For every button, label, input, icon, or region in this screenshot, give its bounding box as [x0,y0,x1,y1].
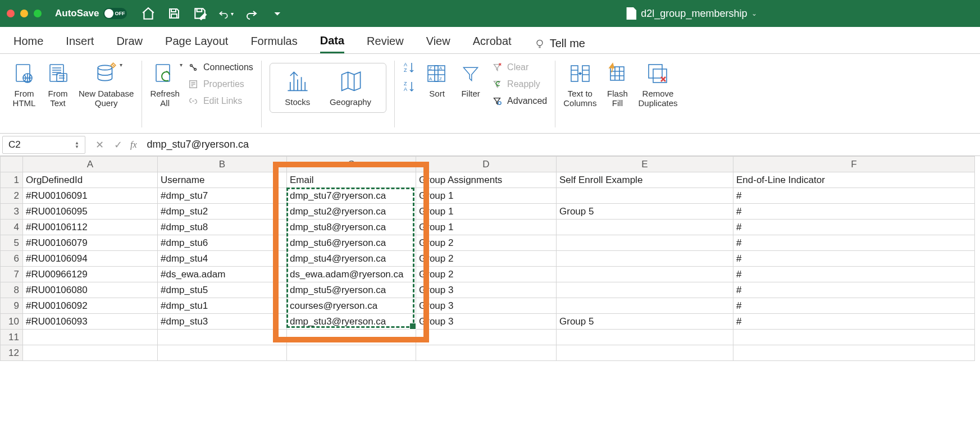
cell[interactable]: #dmp_stu2 [158,204,287,220]
cell[interactable]: Group 2 [416,251,557,267]
cell[interactable] [557,220,733,235]
cell[interactable]: dmp_stu8@ryerson.ca [287,220,416,235]
row-header[interactable]: 10 [1,314,23,330]
fx-label[interactable]: fx [130,140,143,150]
cell[interactable]: # [733,188,975,204]
autosave-toggle[interactable]: AutoSave OFF [55,8,127,19]
cell[interactable]: Self Enroll Example [557,172,733,188]
cell[interactable]: Username [158,172,287,188]
cell[interactable]: dmp_stu6@ryerson.ca [287,235,416,251]
cell[interactable]: # [733,298,975,314]
sort-button[interactable]: ZAAZ Sort [424,61,450,98]
minimize-window-button[interactable] [20,10,28,17]
formula-input[interactable]: dmp_stu7@ryerson.ca [143,139,980,150]
cell[interactable] [158,330,287,345]
new-db-query-button[interactable]: ▾ New Database Query [79,61,134,108]
cell[interactable]: Group 3 [416,314,557,330]
cell[interactable]: #RU00106095 [23,204,158,220]
tab-data[interactable]: Data [320,34,344,53]
from-html-button[interactable]: From HTML [11,61,37,108]
cell[interactable]: # [733,267,975,282]
cell[interactable]: #RU00106112 [23,220,158,235]
row-header[interactable]: 2 [1,188,23,204]
reapply-button[interactable]: Reapply [491,79,547,90]
save-edit-icon[interactable] [192,6,208,21]
cell[interactable]: # [733,220,975,235]
cell[interactable]: #RU00106092 [23,298,158,314]
col-header-E[interactable]: E [557,157,733,172]
cell[interactable]: dmp_stu5@ryerson.ca [287,282,416,298]
cell[interactable] [557,298,733,314]
confirm-formula-button[interactable]: ✓ [114,139,122,151]
edit-links-button[interactable]: Edit Links [188,95,253,107]
tab-formulas[interactable]: Formulas [250,35,297,52]
maximize-window-button[interactable] [34,10,42,17]
close-window-button[interactable] [7,10,15,17]
cell[interactable]: #RU00966129 [23,267,158,282]
cell[interactable] [557,251,733,267]
cell[interactable] [557,330,733,345]
cell[interactable] [23,345,158,361]
row-header[interactable]: 9 [1,298,23,314]
refresh-all-button[interactable]: ▾ Refresh All [150,61,180,108]
advanced-button[interactable]: Advanced [491,95,547,107]
row-header[interactable]: 8 [1,282,23,298]
row-header-1[interactable]: 1 [1,172,23,188]
name-box[interactable]: C2 ▲▼ [2,136,85,154]
from-text-button[interactable]: From Text [45,61,71,108]
cell[interactable] [416,330,557,345]
remove-duplicates-button[interactable]: Remove Duplicates [638,61,677,108]
cell[interactable] [287,330,416,345]
cell[interactable]: Group 1 [416,220,557,235]
cell[interactable]: Group 5 [557,204,733,220]
home-icon[interactable] [140,6,156,21]
flash-fill-button[interactable]: Flash Fill [604,61,630,108]
cell[interactable]: Email [287,172,416,188]
tab-review[interactable]: Review [367,35,404,52]
redo-icon[interactable] [244,6,259,21]
text-to-columns-button[interactable]: Text to Columns [563,61,596,108]
sort-za-button[interactable]: ZA [403,80,416,93]
cell[interactable]: Group 2 [416,267,557,282]
cell[interactable] [557,235,733,251]
cell[interactable]: #RU00106094 [23,251,158,267]
cell[interactable]: Group 2 [416,235,557,251]
cell[interactable]: #RU00106091 [23,188,158,204]
cell[interactable]: #dmp_stu4 [158,251,287,267]
col-header-C[interactable]: C [287,157,416,172]
sort-az-button[interactable]: AZ [403,61,416,74]
cell[interactable]: dmp_stu7@ryerson.ca [287,188,416,204]
row-header[interactable]: 3 [1,204,23,220]
cell[interactable] [158,345,287,361]
cell[interactable]: Group 3 [416,298,557,314]
geography-button[interactable]: Geography [330,69,371,107]
col-header-A[interactable]: A [23,157,158,172]
cell[interactable]: OrgDefinedId [23,172,158,188]
clear-button[interactable]: Clear [491,62,547,73]
cell[interactable] [416,345,557,361]
namebox-spinner[interactable]: ▲▼ [75,141,79,149]
tab-insert[interactable]: Insert [66,35,94,52]
cell[interactable]: #dmp_stu5 [158,282,287,298]
cell[interactable]: # [733,282,975,298]
cell[interactable]: # [733,251,975,267]
save-icon[interactable] [166,6,182,21]
cell[interactable]: #dmp_stu8 [158,220,287,235]
row-header[interactable]: 7 [1,267,23,282]
toggle-switch[interactable]: OFF [103,8,127,19]
cell[interactable] [557,267,733,282]
select-all-corner[interactable] [1,157,23,172]
cell[interactable]: #RU00106093 [23,314,158,330]
tell-me[interactable]: Tell me [534,37,585,50]
cell[interactable]: Group 1 [416,188,557,204]
stocks-button[interactable]: Stocks [285,69,311,107]
row-header[interactable]: 6 [1,251,23,267]
cell[interactable]: End-of-Line Indicator [733,172,975,188]
cell[interactable]: #RU00106079 [23,235,158,251]
col-header-F[interactable]: F [733,157,975,172]
undo-icon[interactable]: ▾ [218,6,234,21]
properties-button[interactable]: Properties [188,79,253,90]
tab-view[interactable]: View [426,35,450,52]
cell[interactable]: Group 5 [557,314,733,330]
connections-button[interactable]: Connections [188,62,253,73]
